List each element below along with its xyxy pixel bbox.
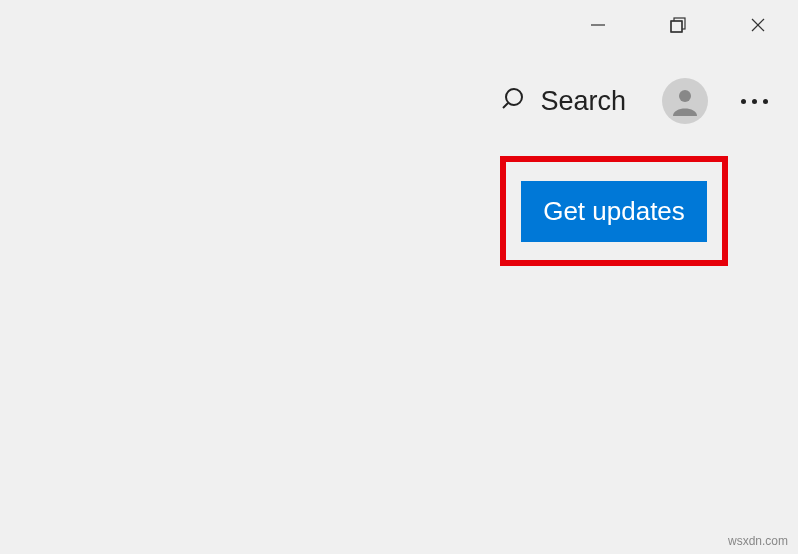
highlight-frame: Get updates: [500, 156, 728, 266]
search-button[interactable]: Search: [502, 85, 626, 117]
maximize-icon: [669, 16, 687, 34]
close-button[interactable]: [718, 0, 798, 50]
watermark: wsxdn.com: [728, 534, 788, 548]
more-button[interactable]: [734, 81, 774, 121]
close-icon: [749, 16, 767, 34]
ellipsis-icon: [741, 99, 746, 104]
minimize-icon: [589, 16, 607, 34]
user-icon: [668, 84, 702, 118]
search-label: Search: [540, 86, 626, 117]
profile-button[interactable]: [662, 78, 708, 124]
search-icon: [502, 85, 530, 117]
minimize-button[interactable]: [558, 0, 638, 50]
window-controls: [558, 0, 798, 50]
maximize-button[interactable]: [638, 0, 718, 50]
get-updates-button[interactable]: Get updates: [521, 181, 707, 242]
svg-rect-2: [671, 21, 682, 32]
svg-point-8: [679, 90, 691, 102]
svg-line-7: [503, 103, 508, 108]
toolbar: Search: [502, 78, 774, 124]
svg-point-6: [506, 89, 522, 105]
